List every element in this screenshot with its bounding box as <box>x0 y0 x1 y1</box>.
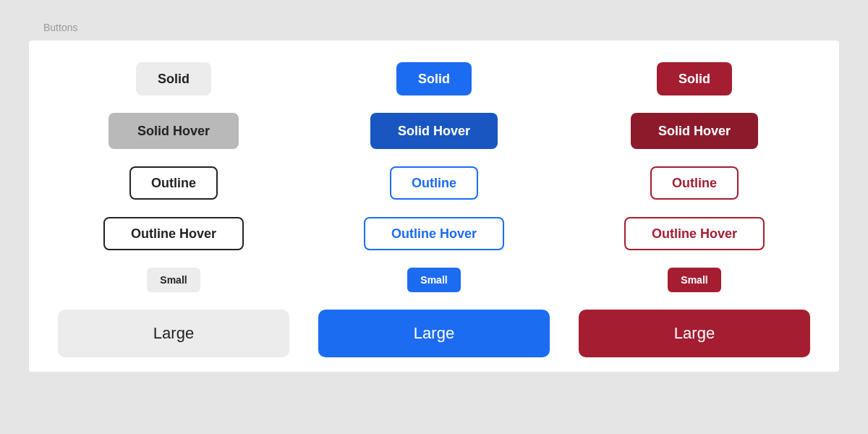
buttons-demo-page: Buttons Solid Solid Solid Solid Hover So… <box>0 0 868 372</box>
small-default-button[interactable]: Small <box>147 268 200 292</box>
outline-default-button[interactable]: Outline <box>129 166 218 200</box>
outline-primary-hover-button[interactable]: Outline Hover <box>364 217 504 250</box>
solid-danger-hover-button[interactable]: Solid Hover <box>631 113 758 149</box>
outline-default-hover-button[interactable]: Outline Hover <box>103 217 244 250</box>
large-primary-button[interactable]: Large <box>318 310 550 357</box>
outline-danger-hover-button[interactable]: Outline Hover <box>624 217 765 250</box>
large-danger-cell: Large <box>579 310 810 357</box>
solid-danger-button[interactable]: Solid <box>657 62 732 95</box>
buttons-panel: Solid Solid Solid Solid Hover Solid Hove… <box>29 41 839 372</box>
large-default-cell: Large <box>58 310 289 357</box>
small-primary-button[interactable]: Small <box>407 268 460 292</box>
solid-default-hover-button[interactable]: Solid Hover <box>109 113 239 149</box>
large-default-button[interactable]: Large <box>58 310 289 357</box>
large-danger-button[interactable]: Large <box>579 310 810 357</box>
solid-primary-button[interactable]: Solid <box>396 62 472 95</box>
solid-primary-hover-button[interactable]: Solid Hover <box>370 113 498 149</box>
outline-primary-button[interactable]: Outline <box>390 166 478 200</box>
solid-default-button[interactable]: Solid <box>136 62 211 95</box>
section-title: Buttons <box>43 22 839 33</box>
small-danger-button[interactable]: Small <box>668 268 720 292</box>
buttons-grid: Solid Solid Solid Solid Hover Solid Hove… <box>58 62 810 357</box>
large-primary-cell: Large <box>318 310 550 357</box>
outline-danger-button[interactable]: Outline <box>650 166 739 200</box>
